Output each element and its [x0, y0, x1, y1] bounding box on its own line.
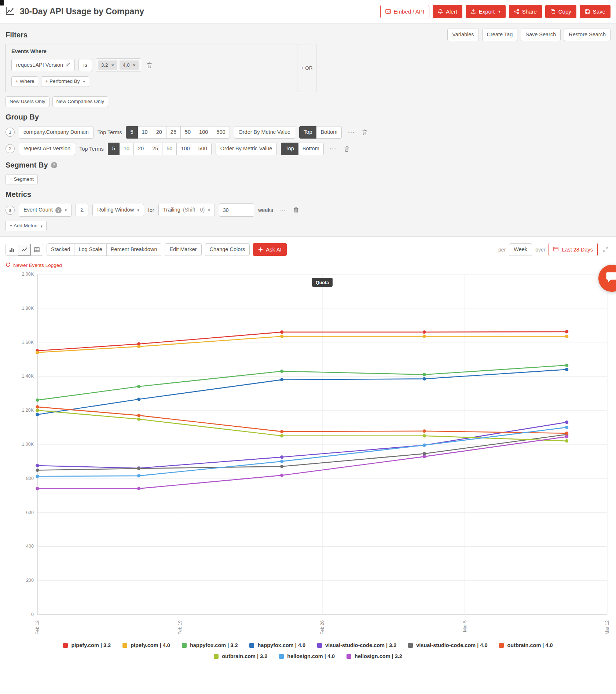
chart-section: Stacked Log Scale Percent Breakdown Edit… [0, 236, 616, 667]
rolling-window-select[interactable]: Rolling Window ▾ [92, 204, 144, 216]
count-option[interactable]: 100 [176, 143, 194, 155]
edit-marker-button[interactable]: Edit Marker [165, 243, 201, 256]
order-by-metric-button[interactable]: Order By Metric Value [216, 143, 277, 155]
legend-item[interactable]: outbrain.com | 4.0 [499, 642, 553, 648]
line-chart-view-button[interactable] [18, 244, 31, 256]
add-segment-button[interactable]: + Segment [6, 174, 38, 185]
svg-text:1.80K: 1.80K [22, 306, 34, 311]
export-icon [471, 9, 476, 14]
filter-field-button[interactable]: request.API Version [11, 59, 75, 71]
window-length-input[interactable] [219, 203, 254, 217]
chip-label: 3.2 [101, 62, 108, 68]
table-view-button[interactable] [30, 244, 43, 256]
count-option[interactable]: 25 [148, 143, 162, 155]
embed-api-button[interactable]: Embed / API [380, 5, 429, 18]
legend-item[interactable]: pipefy.com | 4.0 [122, 642, 170, 648]
legend-item[interactable]: outbrain.com | 3.2 [214, 653, 267, 659]
order-by-metric-button[interactable]: Order By Metric Value [234, 126, 296, 139]
trailing-select[interactable]: Trailing (Shift - 0) ▾ [158, 204, 215, 216]
delete-filter-button[interactable] [145, 61, 154, 70]
delete-metric-button[interactable] [292, 206, 301, 214]
remove-chip-icon[interactable]: × [111, 63, 114, 68]
legend-item[interactable]: hellosign.com | 4.0 [279, 653, 335, 659]
save-button[interactable]: Save [580, 5, 610, 18]
more-options-button[interactable]: ⋯ [328, 144, 338, 154]
order-bottom-button[interactable]: Bottom [316, 126, 342, 139]
line-chart[interactable]: 02004006008001.00K1.20K1.40K1.60K1.80K2.… [4, 270, 612, 642]
legend-item[interactable]: visual-studio-code.com | 3.2 [317, 642, 396, 648]
add-or-button[interactable]: + OR [297, 44, 316, 92]
svg-text:2.00K: 2.00K [22, 272, 34, 277]
order-top-button[interactable]: Top [299, 126, 316, 139]
order-bottom-button[interactable]: Bottom [298, 143, 324, 155]
legend-label: visual-studio-code.com | 3.2 [325, 642, 396, 648]
count-option[interactable]: 50 [162, 143, 177, 155]
chart-legend-row-2: outbrain.com | 3.2hellosign.com | 4.0hel… [0, 653, 616, 659]
count-option[interactable]: 500 [212, 126, 230, 139]
more-options-button[interactable]: ⋯ [277, 205, 287, 215]
help-icon: ? [55, 207, 62, 213]
remove-chip-icon[interactable]: × [133, 63, 136, 68]
count-option[interactable]: 5 [126, 126, 138, 139]
metric-select-button[interactable]: Event Count ? ▾ [19, 204, 72, 217]
add-performed-by-button[interactable]: + Performed By ▾ [41, 76, 89, 87]
page: 30-Day API Usage by Company Embed / API … [0, 0, 616, 694]
stacked-button[interactable]: Stacked [47, 243, 74, 256]
alert-button[interactable]: Alert [433, 5, 462, 18]
count-option[interactable]: 500 [194, 143, 212, 155]
save-search-button[interactable]: Save Search [521, 29, 561, 41]
variables-button[interactable]: Variables [447, 29, 478, 41]
group-by-field-button[interactable]: company.Company Domain [19, 126, 94, 139]
legend-swatch [499, 643, 504, 648]
svg-text:Quota: Quota [316, 280, 329, 285]
delete-group-by-button[interactable] [360, 128, 369, 137]
count-option[interactable]: 25 [166, 126, 181, 139]
legend-swatch [279, 654, 284, 659]
log-scale-button[interactable]: Log Scale [74, 243, 107, 256]
filter-values-box[interactable]: 3.2 × 4.0 × [96, 58, 141, 72]
bar-chart-view-button[interactable] [6, 244, 18, 256]
count-option[interactable]: 50 [180, 126, 195, 139]
new-users-only-button[interactable]: New Users Only [6, 96, 50, 107]
filter-operator-button[interactable]: is [78, 59, 92, 71]
export-button[interactable]: Export ▾ [466, 5, 506, 18]
count-option[interactable]: 100 [195, 126, 212, 139]
add-metric-button[interactable]: + Add Metric ▾ [6, 221, 47, 231]
help-icon[interactable]: ? [51, 162, 57, 168]
legend-item[interactable]: pipefy.com | 3.2 [63, 642, 111, 648]
order-top-button[interactable]: Top [281, 143, 298, 155]
percent-breakdown-button[interactable]: Percent Breakdown [106, 243, 162, 256]
create-tag-button[interactable]: Create Tag [482, 29, 518, 41]
ask-ai-button[interactable]: Ask AI [253, 243, 287, 256]
count-option[interactable]: 10 [138, 126, 152, 139]
restore-search-button[interactable]: Restore Search [564, 29, 610, 41]
legend-swatch [346, 654, 351, 659]
add-where-button[interactable]: + Where [11, 76, 38, 87]
aggregation-sigma-button[interactable]: Σ [76, 204, 88, 216]
share-button[interactable]: Share [509, 5, 542, 18]
delete-group-by-button[interactable] [342, 144, 351, 153]
interval-select[interactable]: Week [509, 243, 532, 256]
more-options-button[interactable]: ⋯ [346, 128, 356, 137]
count-option[interactable]: 20 [152, 126, 166, 139]
chat-icon [606, 272, 616, 285]
count-option[interactable]: 20 [133, 143, 148, 155]
events-where-label: Events Where [11, 48, 292, 54]
group-by-row: 1 company.Company Domain Top Terms 5 10 … [6, 126, 610, 139]
legend-item[interactable]: visual-studio-code.com | 4.0 [408, 642, 487, 648]
legend-swatch [214, 654, 219, 659]
legend-item[interactable]: happyfox.com | 3.2 [182, 642, 238, 648]
legend-item[interactable]: happyfox.com | 4.0 [249, 642, 305, 648]
copy-button[interactable]: Copy [545, 5, 576, 18]
calendar-icon [553, 246, 558, 253]
change-colors-button[interactable]: Change Colors [205, 243, 250, 256]
date-range-button[interactable]: Last 28 Days [549, 243, 598, 256]
new-companies-only-button[interactable]: New Companies Only [52, 96, 109, 107]
count-option[interactable]: 5 [108, 143, 120, 155]
group-by-field-button[interactable]: request.API Version [19, 143, 75, 155]
fullscreen-icon[interactable] [601, 245, 610, 254]
newer-events-link[interactable]: Newer Events Logged [0, 258, 67, 270]
legend-label: hellosign.com | 4.0 [287, 653, 335, 659]
legend-item[interactable]: hellosign.com | 3.2 [346, 653, 402, 659]
count-option[interactable]: 10 [119, 143, 134, 155]
